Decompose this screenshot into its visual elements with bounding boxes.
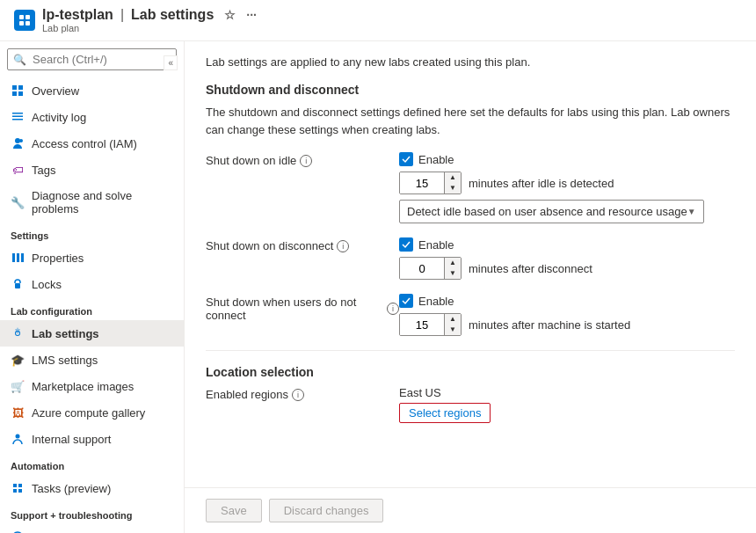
- sidebar-item-label: Diagnose and solve problems: [32, 189, 173, 215]
- sidebar-item-locks[interactable]: Locks: [0, 271, 184, 297]
- svg-rect-13: [12, 253, 15, 262]
- sidebar-item-label: Overview: [32, 84, 79, 98]
- shutdown-idle-checkbox[interactable]: [399, 152, 413, 166]
- shutdown-noconnect-controls: Enable 15 ▲ ▼ minutes after machine is s…: [399, 294, 630, 336]
- shutdown-noconnect-checkbox[interactable]: [399, 294, 413, 308]
- shutdown-idle-minutes-input[interactable]: 15 ▲ ▼: [399, 172, 462, 194]
- sidebar-item-activity-log[interactable]: Activity log: [0, 104, 184, 130]
- shutdown-disconnect-row: Shut down on disconnect i Enable 0: [206, 237, 735, 280]
- sidebar-item-label: LMS settings: [32, 354, 98, 367]
- save-button[interactable]: Save: [206, 499, 262, 522]
- shutdown-idle-decrement[interactable]: ▼: [445, 183, 461, 193]
- sidebar-item-marketplace[interactable]: 🛒 Marketplace images: [0, 373, 184, 399]
- access-control-icon: [11, 136, 25, 150]
- sidebar-item-label: Locks: [32, 278, 62, 291]
- svg-rect-4: [12, 85, 17, 90]
- svg-rect-15: [21, 253, 24, 262]
- shutdown-disconnect-minutes-field[interactable]: 0: [400, 258, 444, 279]
- svg-rect-2: [19, 21, 24, 26]
- app-icon: [14, 10, 35, 31]
- sidebar-item-label: Internal support: [32, 433, 111, 446]
- search-input[interactable]: [7, 48, 177, 70]
- svg-point-17: [16, 434, 20, 439]
- sidebar-item-azure-compute[interactable]: 🖼 Azure compute gallery: [0, 399, 184, 426]
- sidebar-item-label: Tasks (preview): [32, 482, 111, 495]
- shutdown-idle-dropdown-value: Detect idle based on user absence and re…: [407, 205, 687, 218]
- sidebar-item-overview[interactable]: Overview: [0, 77, 184, 104]
- shutdown-noconnect-enable-row: Enable: [399, 294, 630, 308]
- shutdown-idle-info-icon[interactable]: i: [300, 155, 312, 167]
- svg-rect-10: [12, 119, 23, 120]
- sidebar-item-tasks[interactable]: Tasks (preview): [0, 475, 184, 501]
- shutdown-noconnect-label: Shut down when users do not connect i: [206, 294, 399, 322]
- svg-rect-9: [12, 116, 23, 118]
- sidebar-item-tags[interactable]: 🏷 Tags: [0, 157, 184, 183]
- shutdown-noconnect-minutes-row: 15 ▲ ▼ minutes after machine is started: [399, 313, 630, 336]
- svg-rect-1: [25, 15, 30, 19]
- sidebar-item-label: Properties: [32, 252, 84, 265]
- sidebar-item-new-support[interactable]: New Support Request: [0, 524, 184, 533]
- main-content: Lab settings are applied to any new labs…: [185, 41, 756, 487]
- properties-icon: [11, 251, 25, 265]
- sidebar-item-properties[interactable]: Properties: [0, 245, 184, 271]
- shutdown-noconnect-info-icon[interactable]: i: [387, 303, 399, 315]
- footer-buttons: Save Discard changes: [185, 487, 756, 533]
- sidebar-item-label: Marketplace images: [32, 380, 134, 393]
- lock-icon: [11, 277, 25, 291]
- shutdown-noconnect-minutes-field[interactable]: 15: [400, 314, 444, 335]
- region-text: East US: [399, 386, 491, 399]
- shutdown-disconnect-increment[interactable]: ▲: [445, 258, 461, 268]
- automation-section-label: Automation: [0, 452, 184, 475]
- shutdown-noconnect-minutes-label: minutes after machine is started: [469, 318, 630, 332]
- shutdown-idle-minutes-row: 15 ▲ ▼ minutes after idle is detected: [399, 172, 704, 194]
- more-options-icon[interactable]: ···: [246, 8, 257, 22]
- shutdown-idle-minutes-field[interactable]: 15: [400, 172, 444, 193]
- favorite-icon[interactable]: ☆: [224, 8, 236, 22]
- sidebar-item-internal-support[interactable]: Internal support: [0, 426, 184, 452]
- sidebar-item-lab-settings[interactable]: Lab settings: [0, 320, 184, 347]
- marketplace-icon: 🛒: [11, 379, 25, 393]
- shutdown-disconnect-controls: Enable 0 ▲ ▼ minutes after disconnect: [399, 237, 592, 280]
- diagnose-icon: 🔧: [11, 195, 25, 209]
- svg-point-12: [19, 139, 23, 142]
- shutdown-idle-label: Shut down on idle i: [206, 152, 399, 167]
- collapse-sidebar-button[interactable]: «: [164, 55, 178, 70]
- shutdown-noconnect-row: Shut down when users do not connect i En…: [206, 294, 735, 336]
- shutdown-disconnect-label: Shut down on disconnect i: [206, 237, 399, 252]
- shutdown-disconnect-checkbox[interactable]: [399, 237, 413, 252]
- shutdown-idle-increment[interactable]: ▲: [445, 172, 461, 183]
- compute-gallery-icon: 🖼: [11, 405, 25, 420]
- shutdown-disconnect-minutes-input[interactable]: 0 ▲ ▼: [399, 257, 462, 280]
- svg-rect-16: [15, 283, 20, 288]
- page-title: Lab settings: [131, 7, 214, 23]
- settings-section-label: Settings: [0, 222, 184, 245]
- sidebar-item-lms-settings[interactable]: 🎓 LMS settings: [0, 347, 184, 373]
- shutdown-noconnect-minutes-input[interactable]: 15 ▲ ▼: [399, 313, 462, 336]
- shutdown-section: Shutdown and disconnect The shutdown and…: [206, 83, 735, 336]
- shutdown-disconnect-info-icon[interactable]: i: [337, 240, 349, 252]
- shutdown-idle-dropdown[interactable]: Detect idle based on user absence and re…: [399, 200, 704, 223]
- shutdown-noconnect-arrows: ▲ ▼: [444, 314, 461, 335]
- shutdown-idle-controls: Enable 15 ▲ ▼ minutes after idle is dete…: [399, 152, 704, 223]
- tags-icon: 🏷: [11, 163, 25, 177]
- svg-rect-7: [18, 91, 23, 96]
- resource-name: lp-testplan: [42, 7, 113, 23]
- sidebar-item-diagnose[interactable]: 🔧 Diagnose and solve problems: [0, 183, 184, 222]
- select-regions-button[interactable]: Select regions: [399, 403, 491, 423]
- lab-config-section-label: Lab configuration: [0, 297, 184, 320]
- shutdown-disconnect-decrement[interactable]: ▼: [445, 268, 461, 279]
- sidebar-item-access-control[interactable]: Access control (IAM): [0, 130, 184, 157]
- sidebar-item-label: Azure compute gallery: [32, 406, 145, 420]
- shutdown-noconnect-increment[interactable]: ▲: [445, 314, 461, 325]
- svg-rect-3: [25, 21, 30, 26]
- enabled-regions-info-icon[interactable]: i: [292, 389, 304, 401]
- search-icon: 🔍: [13, 54, 26, 66]
- location-section: Location selection Enabled regions i Eas…: [206, 365, 735, 423]
- search-box: 🔍 «: [7, 48, 177, 70]
- enabled-regions-row: Enabled regions i East US Select regions: [206, 386, 735, 423]
- discard-changes-button[interactable]: Discard changes: [269, 499, 384, 522]
- shutdown-disconnect-arrows: ▲ ▼: [444, 258, 461, 279]
- shutdown-noconnect-decrement[interactable]: ▼: [445, 325, 461, 335]
- sidebar-item-label: Activity log: [32, 111, 86, 124]
- title-separator: |: [120, 7, 124, 23]
